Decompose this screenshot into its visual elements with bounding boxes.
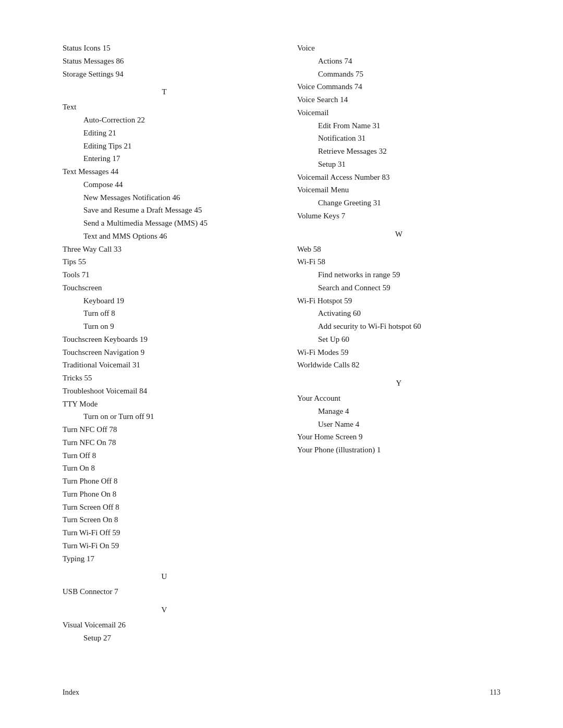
index-entry: Turn NFC On 78 [63,436,266,449]
index-entry: Save and Resume a Draft Message 45 [63,204,266,217]
letter-heading-v: V [63,606,266,614]
index-entry: Tricks 55 [63,372,266,385]
index-entry: Commands 75 [297,68,500,81]
index-entry: Voicemail Menu [297,183,500,196]
index-entry: Tools 71 [63,268,266,281]
index-entry: Voice Commands 74 [297,80,500,93]
index-entry: Turn Wi-Fi Off 59 [63,526,266,539]
index-entry: Compose 44 [63,178,266,191]
index-entry: Web 58 [297,243,500,256]
index-entry: Turn on or Turn off 91 [63,410,266,423]
index-entry: Turn Phone On 8 [63,488,266,501]
index-entry: Visual Voicemail 26 [63,619,266,632]
index-entry: Voicemail Access Number 83 [297,171,500,184]
index-entry: Setup 27 [63,632,266,645]
index-entry: Turn NFC Off 78 [63,423,266,436]
index-entry: Keyboard 19 [63,294,266,307]
letter-heading-y: Y [297,379,500,388]
index-entry: Auto-Correction 22 [63,114,266,127]
index-entry: Voice [297,42,500,55]
page-footer: Index 113 [63,688,500,697]
index-entry: Add security to Wi-Fi hotspot 60 [297,320,500,333]
index-entry: Wi-Fi Modes 59 [297,346,500,359]
right-column: VoiceActions 74Commands 75Voice Commands… [297,42,500,645]
left-column: Status Icons 15Status Messages 86Storage… [63,42,266,645]
index-entry: Voice Search 14 [297,93,500,106]
index-entry: Retrieve Messages 32 [297,145,500,158]
index-entry: Turn Screen Off 8 [63,501,266,514]
index-entry: Setup 31 [297,158,500,171]
index-entry: Send a Multimedia Message (MMS) 45 [63,217,266,230]
index-entry: Your Home Screen 9 [297,430,500,443]
index-entry: Touchscreen Navigation 9 [63,346,266,359]
index-entry: USB Connector 7 [63,585,266,598]
index-entry: Editing 21 [63,127,266,140]
index-entry: User Name 4 [297,418,500,431]
index-entry: Actions 74 [297,55,500,68]
index-entry: Wi-Fi Hotspot 59 [297,294,500,307]
index-entry: Volume Keys 7 [297,209,500,223]
index-entry: Wi-Fi 58 [297,255,500,268]
index-entry: Typing 17 [63,552,266,565]
index-entry: Turn Wi-Fi On 59 [63,539,266,552]
index-entry: Status Messages 86 [63,55,266,68]
index-entry: Find networks in range 59 [297,268,500,281]
index-entry: Activating 60 [297,307,500,320]
index-entry: Turn Phone Off 8 [63,475,266,488]
index-entry: Worldwide Calls 82 [297,359,500,372]
index-columns: Status Icons 15Status Messages 86Storage… [63,42,500,645]
index-entry: Three Way Call 33 [63,243,266,256]
index-entry: Text [63,101,266,114]
index-entry: Your Phone (illustration) 1 [297,443,500,456]
index-entry: Entering 17 [63,152,266,165]
index-entry: Set Up 60 [297,333,500,346]
index-entry: Edit From Name 31 [297,119,500,132]
index-entry: Notification 31 [297,132,500,145]
letter-heading-u: U [63,572,266,581]
index-entry: Text and MMS Options 46 [63,230,266,243]
index-entry: Search and Connect 59 [297,281,500,294]
index-entry: Traditional Voicemail 31 [63,359,266,372]
index-entry: New Messages Notification 46 [63,191,266,204]
index-entry: Status Icons 15 [63,42,266,55]
index-entry: Turn On 8 [63,462,266,475]
index-entry: Manage 4 [297,405,500,418]
index-entry: Editing Tips 21 [63,140,266,153]
footer-right: 113 [490,688,500,697]
index-entry: Touchscreen Keyboards 19 [63,333,266,346]
index-entry: Storage Settings 94 [63,68,266,81]
footer-left: Index [63,688,79,697]
index-entry: Voicemail [297,106,500,119]
index-entry: Your Account [297,392,500,405]
letter-heading-w: W [297,230,500,239]
index-entry: Turn on 9 [63,320,266,333]
index-entry: Troubleshoot Voicemail 84 [63,385,266,398]
index-entry: Turn Screen On 8 [63,513,266,526]
index-entry: Turn off 8 [63,307,266,320]
index-entry: Text Messages 44 [63,165,266,178]
page: Status Icons 15Status Messages 86Storage… [0,0,563,728]
index-entry: Turn Off 8 [63,449,266,462]
letter-heading-t: T [63,88,266,96]
index-entry: Change Greeting 31 [297,196,500,209]
index-entry: Touchscreen [63,281,266,294]
index-entry: TTY Mode [63,398,266,411]
index-entry: Tips 55 [63,255,266,268]
